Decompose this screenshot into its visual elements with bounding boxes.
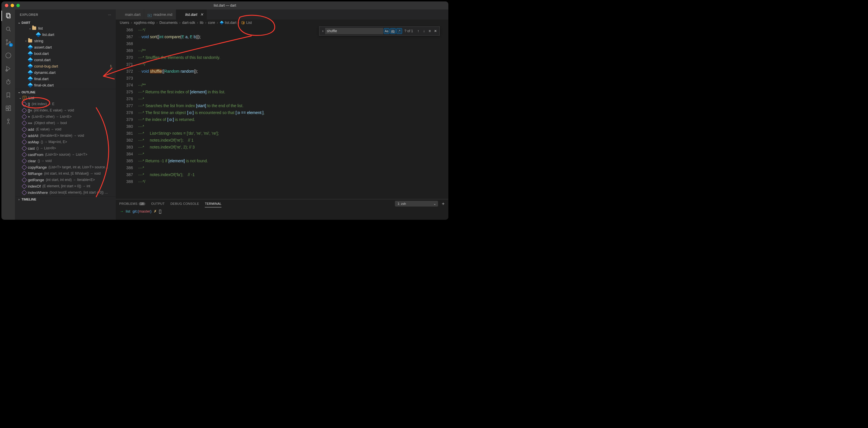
file-item[interactable]: final.dart [15,75,116,82]
tab-close-icon[interactable]: ✕ [200,12,204,17]
panel-controls: 1: zsh ＋ [395,201,445,207]
timeline-section: › TIMELINE [15,196,116,202]
svg-point-4 [6,40,7,41]
timeline-label: TIMELINE [22,197,36,201]
find-whole-word-icon[interactable]: Ab [390,28,396,34]
method-icon [22,172,26,176]
method-icon [22,159,26,163]
breadcrumb[interactable]: Users›xgqfrms-mbp›Documents›dart-sdk›lib… [116,20,448,26]
breadcrumb-item[interactable]: dart-sdk [182,21,195,25]
terminal-add-icon[interactable]: ＋ [441,201,445,207]
breadcrumb-item[interactable]: core [208,21,215,25]
file-item[interactable]: bool.dart [15,50,116,57]
find-next-icon[interactable]: ↓ [421,29,427,33]
find-match-case-icon[interactable]: Aa [384,28,390,34]
panel-tab[interactable]: PROBLEMS18 [119,200,145,207]
outline-item[interactable]: clear() → void [15,158,116,164]
file-item[interactable]: assert.dart [15,44,116,50]
breadcrumb-item[interactable]: List [246,21,252,25]
file-item[interactable]: final-ok.dart [15,82,116,88]
outline-item[interactable]: copyRange(List<T> target, int at, List<T… [15,164,116,170]
terminal-select[interactable]: 1: zsh [395,201,438,207]
breadcrumb-item[interactable]: Users [120,21,129,25]
outline-name: asMap [28,140,39,144]
explorer-project-header[interactable]: ⌄ DART [15,20,116,25]
outline-item[interactable]: indexWhere(bool test(E element), [int st… [15,189,116,195]
close-window-button[interactable] [5,4,8,7]
panel-tab-label: OUTPUT [151,202,164,205]
find-close-icon[interactable]: ✕ [433,29,438,33]
outline-item[interactable]: ==(Object other) → bool [15,120,116,126]
outline-item[interactable]: +(List<E> other) → List<E> [15,114,116,120]
outline-name: cast [28,146,35,151]
activity-explorer-icon[interactable] [4,12,12,20]
panel-tab[interactable]: OUTPUT [151,200,164,207]
outline-root[interactable]: ⌄ List [15,94,116,101]
outline-signature: () → List<R> [36,146,56,150]
tab[interactable]: main.dart [116,9,144,20]
breadcrumb-item[interactable]: list.dart [225,21,237,25]
outline-name: copyRange [28,165,47,170]
timeline-header[interactable]: › TIMELINE [15,197,116,202]
svg-point-5 [6,44,7,45]
chevron-right-icon: › [217,21,218,25]
outline-item[interactable]: castFrom(List<S> source) → List<T> [15,151,116,158]
find-regex-icon[interactable]: .* [396,28,402,34]
activity-run-icon[interactable] [4,65,12,73]
outline-item[interactable]: cast() → List<R> [15,145,116,151]
file-item[interactable]: const-bug.dart [15,63,116,69]
prompt-dir: list [126,209,130,213]
outline-item[interactable]: add(E value) → void [15,126,116,132]
file-item[interactable]: dynamic.dart [15,69,116,75]
find-toggle-replace-icon[interactable]: › [320,29,325,33]
activity-test-icon[interactable] [4,78,12,86]
outline-item[interactable]: getRange(int start, int end) → Iterable<… [15,177,116,183]
outline-item[interactable]: asMap() → Map<int, E> [15,139,116,145]
outline-name: + [28,115,30,119]
activity-extensions-icon[interactable] [4,104,12,112]
tab[interactable]: M↓readme.md [144,9,176,20]
find-input[interactable] [325,28,383,34]
folder-item[interactable]: ›string [15,38,116,44]
breadcrumb-item[interactable]: Documents [159,21,178,25]
svg-point-14 [7,119,9,121]
outline-item[interactable]: fillRange(int start, int end, [E fillVal… [15,170,116,177]
find-prev-icon[interactable]: ↑ [415,29,421,33]
tab[interactable]: list.dart✕ [176,9,207,20]
project-name: DART [22,21,30,24]
breadcrumb-item[interactable]: xgqfrms-mbp [134,21,155,25]
find-selection-icon[interactable]: ≡ [427,29,433,33]
activity-remote-icon[interactable] [4,118,12,125]
svg-point-2 [6,27,10,30]
zoom-window-button[interactable] [17,4,20,7]
outline-item[interactable]: [](int index) → E [15,101,116,107]
activity-search-icon[interactable] [4,25,12,33]
activity-debug-icon[interactable] [4,52,12,59]
dart-file-icon [28,57,32,62]
minimize-window-button[interactable] [11,4,14,7]
activity-scm-icon[interactable]: 1 [4,38,12,46]
panel-tab[interactable]: TERMINAL [205,200,221,207]
tree-item-label: dynamic.dart [34,70,56,75]
outline-header[interactable]: ⌄ OUTLINE [15,90,116,94]
panel-tab[interactable]: DEBUG CONSOLE [170,200,199,207]
outline-item[interactable]: indexOf(E element, [int start = 0]) → in… [15,183,116,189]
file-item[interactable]: list.dart [15,31,116,38]
file-item[interactable]: const.dart [15,57,116,63]
activity-bookmark-icon[interactable] [4,91,12,99]
folder-item[interactable]: ⌄list [15,25,116,31]
svg-rect-12 [9,109,11,111]
dart-file-icon [28,64,32,68]
explorer-more-icon[interactable]: ··· [108,13,111,17]
breadcrumb-item[interactable]: lib [200,21,204,25]
sidebar: EXPLORER ··· ⌄ DART ⌄listlist.dart›strin… [15,9,116,220]
panel-tab-label: TERMINAL [205,202,221,205]
code-area[interactable]: ····*/···void sort([int compare(E a, E b… [138,26,443,199]
terminal[interactable]: → list git:(master) ✗ [116,208,448,220]
chevron-down-icon: ⌄ [17,90,21,94]
editor[interactable]: 3663673683693703713723733743753763773783… [116,26,448,199]
minimap[interactable] [443,26,448,199]
outline-item[interactable]: addAll(Iterable<E> iterable) → void [15,132,116,139]
outline-item[interactable]: []=(int index, E value) → void [15,107,116,114]
dart-file-icon [36,32,40,37]
